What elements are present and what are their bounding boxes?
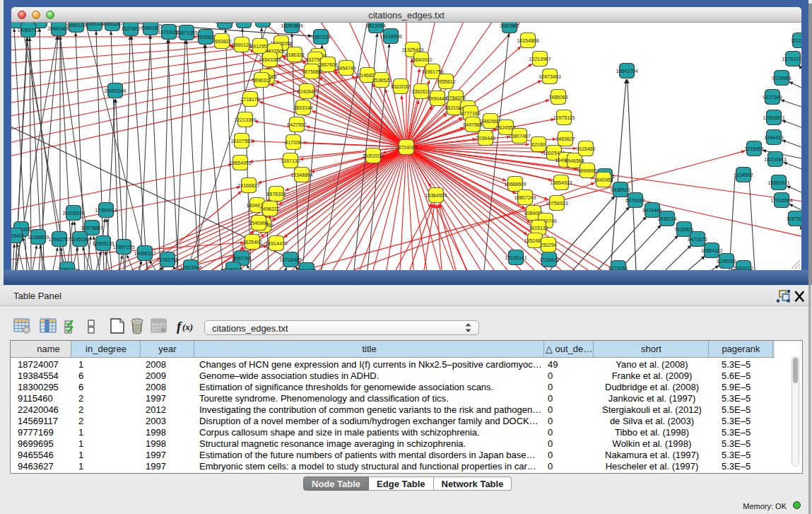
- svg-text:8912954: 8912954: [250, 44, 269, 49]
- svg-text:1640951: 1640951: [594, 177, 613, 182]
- svg-text:62160: 62160: [531, 142, 546, 147]
- svg-text:8454749: 8454749: [336, 66, 355, 71]
- svg-text:1527602: 1527602: [121, 26, 140, 31]
- svg-text:6497568: 6497568: [463, 122, 482, 127]
- svg-text:19218506: 19218506: [379, 34, 401, 39]
- svg-text:17016504: 17016504: [770, 198, 792, 203]
- svg-text:8878332: 8878332: [266, 192, 286, 197]
- svg-text:9413326: 9413326: [297, 268, 316, 271]
- svg-text:1615132: 1615132: [529, 226, 548, 230]
- svg-text:18807249: 18807249: [514, 195, 536, 200]
- svg-text:8186328: 8186328: [285, 52, 304, 57]
- svg-text:7663822: 7663822: [212, 39, 231, 44]
- svg-text:12505135: 12505135: [92, 241, 114, 246]
- svg-text:15136141: 15136141: [505, 255, 526, 260]
- svg-text:16961758: 16961758: [421, 69, 443, 74]
- svg-text:8293015: 8293015: [223, 267, 242, 271]
- svg-text:9896312: 9896312: [252, 78, 271, 83]
- svg-text:10688609: 10688609: [504, 182, 526, 187]
- svg-text:8293314: 8293314: [234, 23, 253, 23]
- svg-text:15692971: 15692971: [767, 180, 789, 185]
- svg-text:8813054: 8813054: [366, 23, 385, 28]
- svg-text:9657791: 9657791: [232, 256, 251, 261]
- svg-text:9135531: 9135531: [215, 23, 234, 24]
- svg-text:8322037: 8322037: [391, 84, 410, 89]
- svg-text:12213967: 12213967: [529, 57, 551, 62]
- svg-text:1540994: 1540994: [249, 221, 268, 226]
- svg-text:16671355: 16671355: [175, 30, 197, 35]
- svg-text:3915401: 3915401: [11, 233, 25, 238]
- svg-text:16643794: 16643794: [616, 69, 637, 74]
- svg-text:20206576: 20206576: [62, 211, 84, 216]
- svg-text:8471676: 8471676: [688, 237, 707, 242]
- svg-text:15751074: 15751074: [782, 57, 801, 62]
- svg-text:16782759: 16782759: [156, 257, 178, 262]
- svg-text:9129966: 9129966: [772, 76, 791, 81]
- svg-text:25302035: 25302035: [362, 153, 384, 158]
- svg-text:9946584: 9946584: [565, 158, 584, 163]
- svg-text:16107553: 16107553: [230, 139, 252, 144]
- svg-text:1244419: 1244419: [764, 135, 783, 140]
- svg-text:7485063: 7485063: [548, 95, 567, 100]
- svg-text:2935114: 2935114: [658, 216, 677, 221]
- svg-text:3875685: 3875685: [302, 69, 321, 74]
- svg-text:9699695: 9699695: [577, 168, 596, 173]
- svg-text:(x): (x): [182, 322, 193, 332]
- svg-text:10975887: 10975887: [81, 226, 102, 230]
- svg-text:17359914: 17359914: [95, 208, 117, 213]
- svg-text:14055712: 14055712: [17, 28, 39, 33]
- svg-text:10807487: 10807487: [508, 134, 530, 139]
- svg-text:9115460: 9115460: [577, 146, 596, 151]
- svg-text:252254: 252254: [540, 243, 556, 247]
- svg-text:12975115: 12975115: [553, 115, 575, 120]
- svg-text:10654112: 10654112: [701, 248, 723, 253]
- svg-text:10973493: 10973493: [539, 74, 560, 79]
- svg-text:19384554: 19384554: [425, 193, 447, 198]
- svg-text:12942757: 12942757: [48, 237, 70, 242]
- svg-text:16543362: 16543362: [259, 57, 281, 62]
- svg-text:12923446: 12923446: [180, 265, 201, 270]
- svg-text:3267130: 3267130: [281, 158, 300, 163]
- svg-text:3215955: 3215955: [744, 146, 763, 151]
- svg-text:f: f: [177, 319, 182, 334]
- svg-text:19654955: 19654955: [229, 160, 251, 165]
- svg-text:12213369: 12213369: [234, 117, 256, 122]
- svg-text:7625402: 7625402: [242, 240, 261, 245]
- svg-text:1733426: 1733426: [539, 257, 558, 262]
- svg-text:15716485: 15716485: [279, 257, 301, 262]
- svg-text:8272051: 8272051: [608, 266, 628, 271]
- svg-text:9474444: 9474444: [642, 208, 661, 213]
- svg-text:9350212: 9350212: [734, 266, 753, 271]
- svg-text:9464121: 9464121: [66, 23, 86, 28]
- svg-text:15640910: 15640910: [410, 57, 432, 62]
- svg-text:2867608: 2867608: [318, 62, 337, 67]
- svg-text:9777169: 9777169: [461, 111, 480, 116]
- svg-text:12093871: 12093871: [763, 115, 784, 120]
- svg-text:8990448: 8990448: [428, 96, 447, 101]
- svg-text:19166827: 19166827: [237, 183, 259, 188]
- svg-text:8427552: 8427552: [287, 122, 306, 127]
- svg-text:9463627: 9463627: [555, 136, 575, 141]
- svg-text:10653267: 10653267: [101, 23, 123, 26]
- svg-text:417006: 417006: [285, 140, 301, 145]
- svg-text:5498222: 5498222: [260, 206, 279, 211]
- svg-text:26053346: 26053346: [104, 88, 126, 93]
- svg-text:1362615: 1362615: [411, 89, 430, 94]
- svg-text:16154808: 16154808: [517, 38, 539, 43]
- svg-text:18724007: 18724007: [395, 145, 417, 150]
- svg-text:8938923: 8938923: [611, 187, 630, 192]
- svg-text:8860124: 8860124: [232, 42, 251, 47]
- svg-text:6794028: 6794028: [446, 95, 465, 100]
- svg-text:2803144: 2803144: [293, 105, 312, 110]
- svg-text:9242848: 9242848: [297, 89, 316, 94]
- svg-text:10756923: 10756923: [546, 201, 567, 206]
- svg-text:16210643: 16210643: [764, 157, 786, 162]
- svg-text:12348894: 12348894: [290, 173, 312, 177]
- svg-text:13654923: 13654923: [550, 180, 572, 185]
- svg-text:2087682: 2087682: [500, 23, 519, 28]
- svg-text:7236110: 7236110: [58, 267, 77, 271]
- svg-text:16053809: 16053809: [281, 23, 302, 28]
- svg-text:9234502: 9234502: [734, 173, 753, 177]
- svg-text:10958107: 10958107: [134, 251, 155, 256]
- svg-text:1145190: 1145190: [71, 237, 90, 242]
